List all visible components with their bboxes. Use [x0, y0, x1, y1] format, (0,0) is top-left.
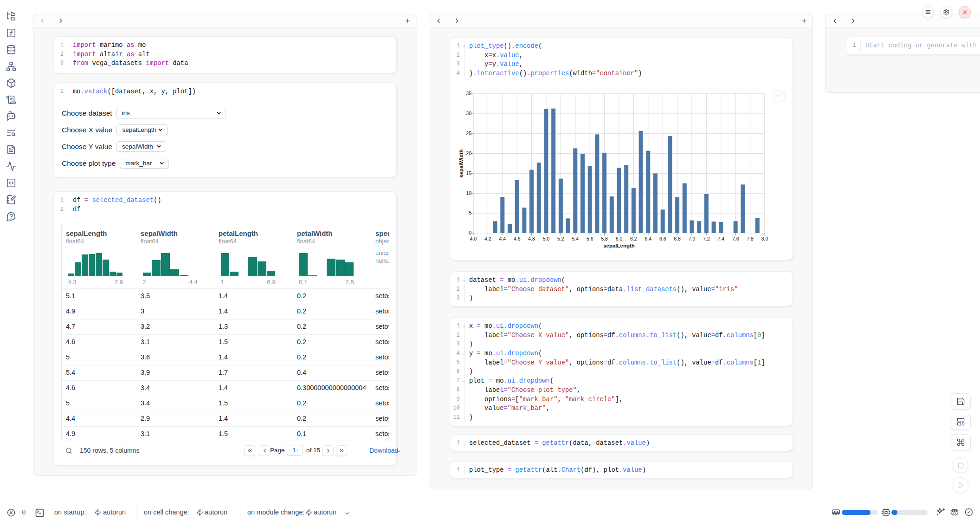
- svg-text:sepalWidth: sepalWidth: [458, 149, 464, 177]
- svg-text:6.4: 6.4: [645, 236, 651, 241]
- svg-text:7.6: 7.6: [732, 236, 739, 241]
- svg-text:6.8: 6.8: [674, 236, 681, 241]
- svg-text:20: 20: [466, 150, 471, 156]
- svg-text:4.0: 4.0: [470, 236, 477, 241]
- svg-text:6.6: 6.6: [659, 236, 666, 241]
- svg-text:6.0: 6.0: [616, 236, 623, 241]
- svg-text:10: 10: [466, 190, 471, 196]
- svg-text:5.2: 5.2: [557, 236, 564, 241]
- svg-text:35: 35: [466, 91, 471, 96]
- svg-text:4.4: 4.4: [499, 236, 506, 241]
- svg-text:15: 15: [466, 170, 471, 176]
- svg-text:5.0: 5.0: [543, 236, 550, 241]
- svg-text:30: 30: [466, 111, 471, 116]
- svg-text:7.2: 7.2: [703, 236, 710, 241]
- svg-text:4.2: 4.2: [484, 236, 491, 241]
- svg-text:6.2: 6.2: [630, 236, 637, 241]
- svg-text:4.8: 4.8: [528, 236, 535, 241]
- svg-text:5.4: 5.4: [572, 236, 579, 241]
- svg-text:7.0: 7.0: [689, 236, 696, 241]
- svg-text:5: 5: [469, 210, 471, 215]
- svg-text:5.8: 5.8: [601, 236, 608, 241]
- svg-text:0: 0: [469, 230, 471, 235]
- svg-text:4.6: 4.6: [514, 236, 521, 241]
- svg-text:7.8: 7.8: [747, 236, 754, 241]
- svg-text:7.4: 7.4: [717, 236, 724, 241]
- svg-text:25: 25: [466, 130, 471, 136]
- svg-text:8.0: 8.0: [761, 236, 768, 241]
- svg-text:sepalLength: sepalLength: [603, 243, 635, 248]
- svg-text:5.6: 5.6: [587, 236, 593, 241]
